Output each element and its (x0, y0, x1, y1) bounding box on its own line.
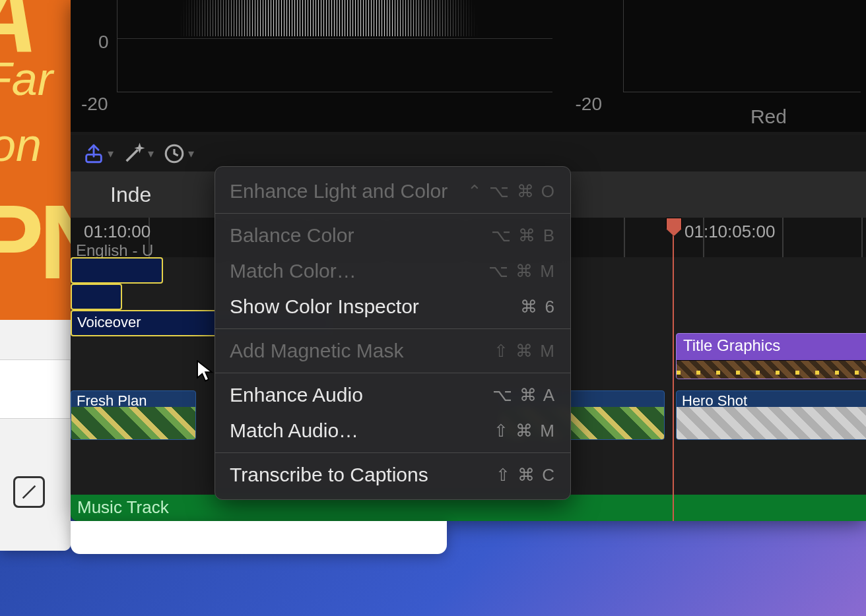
menu-item-label: Transcribe to Captions (230, 464, 428, 486)
scope-channel-label: Red (750, 106, 787, 128)
scope-axis-label: 0 (98, 32, 109, 53)
menu-item-balance-color: Balance Color ⌥ ⌘ B (215, 218, 570, 253)
menu-item-shortcut: ⌃ ⌥ ⌘ O (467, 181, 556, 202)
scope-axis-label: -20 (576, 94, 602, 115)
artwork-text: Far (0, 53, 53, 106)
scope-axis-label: -20 (81, 94, 108, 115)
clip-audio-segment[interactable] (71, 257, 163, 284)
menu-item-shortcut: ⌘ 6 (520, 297, 556, 317)
menu-item-label: Match Color… (230, 260, 356, 282)
share-button[interactable]: ▾ (83, 142, 114, 165)
background-window-lower (0, 320, 71, 551)
waveform-scope[interactable] (117, 0, 552, 92)
clip-fresh-plan[interactable]: Fresh Plan (71, 390, 196, 440)
menu-item-label: Show Color Inspector (230, 295, 419, 318)
menu-item-shortcut: ⌥ ⌘ M (488, 261, 556, 282)
magic-wand-button[interactable]: ▾ (123, 142, 154, 165)
menu-item-show-color-inspector[interactable]: Show Color Inspector ⌘ 6 (215, 289, 570, 324)
menu-item-match-color: Match Color… ⌥ ⌘ M (215, 253, 570, 289)
playhead[interactable] (673, 218, 674, 521)
artwork-text: tion (0, 119, 42, 171)
chevron-down-icon: ▾ (108, 146, 114, 161)
menu-item-label: Add Magnetic Mask (230, 340, 403, 362)
scopes-panel: 0 -20 -20 Red (71, 0, 866, 132)
timecode-label: 01:10:05:00 (684, 222, 775, 242)
clip-label: Hero Shot (682, 392, 747, 410)
menu-item-enhance-audio[interactable]: Enhance Audio ⌥ ⌘ A (215, 377, 570, 413)
clip-label: Fresh Plan (77, 392, 147, 410)
menu-item-enhance-light-color: Enhance Light and Color ⌃ ⌥ ⌘ O (215, 173, 570, 209)
artwork-text: PN (0, 181, 71, 303)
menu-item-shortcut: ⇧ ⌘ M (494, 341, 556, 361)
clip-label: Title Graphics (683, 336, 780, 354)
edit-icon[interactable] (13, 476, 45, 508)
menu-item-shortcut: ⇧ ⌘ M (494, 421, 556, 441)
chevron-down-icon: ▾ (148, 146, 154, 161)
menu-item-label: Enhance Light and Color (230, 180, 448, 202)
clip-hero-shot[interactable]: Hero Shot (676, 390, 866, 440)
index-button[interactable]: Inde (110, 183, 151, 207)
timecode-label: 01:10:00 (84, 222, 150, 242)
menu-item-label: Balance Color (230, 224, 354, 247)
menu-item-shortcut: ⌥ ⌘ A (492, 385, 556, 406)
enhance-dropdown-menu: Enhance Light and Color ⌃ ⌥ ⌘ O Balance … (215, 166, 571, 500)
clip-label: Music Track (77, 497, 169, 517)
background-window-left: A Far tion PN (0, 0, 71, 551)
menu-item-label: Match Audio… (230, 419, 358, 442)
menu-item-match-audio[interactable]: Match Audio… ⇧ ⌘ M (215, 413, 570, 448)
menu-item-shortcut: ⌥ ⌘ B (491, 226, 556, 246)
background-window-bottom (71, 521, 447, 554)
menu-item-label: Enhance Audio (230, 384, 363, 406)
video-editor-window: 0 -20 -20 Red ▾ ▾ ▾ Inde 01:10:00 Englis… (71, 0, 866, 521)
menu-item-shortcut: ⇧ ⌘ C (496, 465, 556, 485)
background-panel (0, 359, 71, 419)
clip-title-graphics[interactable]: Title Graphics (676, 333, 866, 379)
clip-audio-segment[interactable] (71, 284, 122, 310)
album-artwork: A Far tion PN (0, 0, 71, 320)
retime-button[interactable]: ▾ (163, 142, 194, 165)
color-scope[interactable] (623, 0, 861, 92)
menu-item-transcribe-captions[interactable]: Transcribe to Captions ⇧ ⌘ C (215, 457, 570, 493)
chevron-down-icon: ▾ (188, 146, 194, 161)
menu-item-add-magnetic-mask: Add Magnetic Mask ⇧ ⌘ M (215, 333, 570, 369)
